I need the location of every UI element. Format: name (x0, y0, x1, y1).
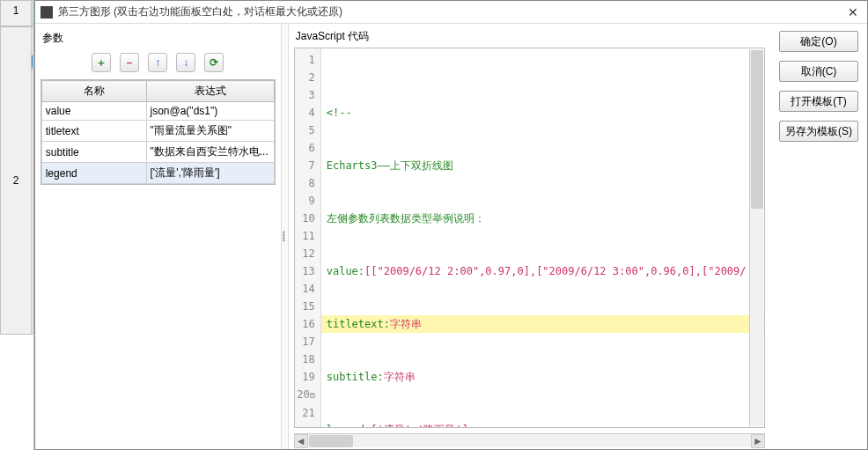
params-table[interactable]: 名称 表达式 valuejson@a("ds1") titletext"雨量流量… (40, 79, 276, 185)
table-row: valuejson@a("ds1") (41, 102, 274, 121)
fold-icon[interactable]: ⊟ (310, 390, 315, 400)
dialog-buttons-panel: 确定(O) 取消(C) 打开模板(T) 另存为模板(S) (770, 24, 867, 449)
splitter-handle[interactable]: •••• (282, 24, 289, 449)
grip-icon: •••• (283, 232, 285, 242)
code-panel: JavaScript 代码 12345678910111213141516171… (289, 24, 770, 449)
add-button[interactable]: ＋ (92, 53, 111, 72)
delete-button[interactable]: － (120, 53, 139, 72)
third-party-graphic-dialog: 第三方图形 (双击右边功能面板空白处，对话框最大化或还原) ✕ 参数 ＋ － ↑… (34, 0, 868, 450)
cancel-button[interactable]: 取消(C) (779, 61, 858, 82)
move-up-button[interactable]: ↑ (148, 53, 167, 72)
save-template-button[interactable]: 另存为模板(S) (779, 121, 858, 142)
line-gutter: 1234567891011121314151617181920⊟21 (295, 48, 321, 427)
code-area[interactable]: <!-- Echarts3——上下双折线图 左侧参数列表数据类型举例说明： va… (321, 48, 764, 427)
params-toolbar: ＋ － ↑ ↓ ⟳ (40, 49, 276, 79)
shield-icon (32, 36, 33, 115)
move-down-button[interactable]: ↓ (176, 53, 195, 72)
col-header-expr[interactable]: 表达式 (146, 81, 274, 102)
dialog-titlebar[interactable]: 第三方图形 (双击右边功能面板空白处，对话框最大化或还原) ✕ (35, 1, 867, 24)
cell-thumbnail-1[interactable] (32, 1, 33, 26)
refresh-button[interactable]: ⟳ (204, 53, 224, 72)
scroll-left-icon[interactable]: ◄ (294, 434, 308, 448)
params-heading: 参数 (40, 27, 276, 49)
dialog-title: 第三方图形 (双击右边功能面板空白处，对话框最大化或还原) (58, 4, 844, 19)
table-row: titletext"雨量流量关系图" (41, 121, 274, 142)
editor-horizontal-scrollbar[interactable]: ◄ ► (294, 433, 765, 447)
worksheet-left-strip: 1 2 (0, 0, 34, 450)
table-row-selected: legend['流量','降雨量'] (41, 163, 274, 184)
code-editor[interactable]: 1234567891011121314151617181920⊟21 <!-- … (294, 48, 765, 428)
scroll-thumb[interactable] (309, 435, 353, 447)
cell-thumbnail-2[interactable] (32, 27, 33, 334)
scroll-right-icon[interactable]: ► (751, 434, 765, 448)
open-template-button[interactable]: 打开模板(T) (779, 91, 858, 112)
row-number-2[interactable]: 2 (1, 27, 32, 334)
dialog-icon (40, 6, 53, 18)
ok-button[interactable]: 确定(O) (779, 31, 858, 52)
close-icon[interactable]: ✕ (844, 5, 862, 19)
code-heading: JavaScript 代码 (289, 24, 770, 48)
params-panel: 参数 ＋ － ↑ ↓ ⟳ 名称 表达式 (35, 24, 282, 449)
col-header-name[interactable]: 名称 (41, 81, 146, 102)
row-number-1[interactable]: 1 (1, 1, 32, 26)
table-row: subtitle"数据来自西安兰特水电... (41, 142, 274, 163)
